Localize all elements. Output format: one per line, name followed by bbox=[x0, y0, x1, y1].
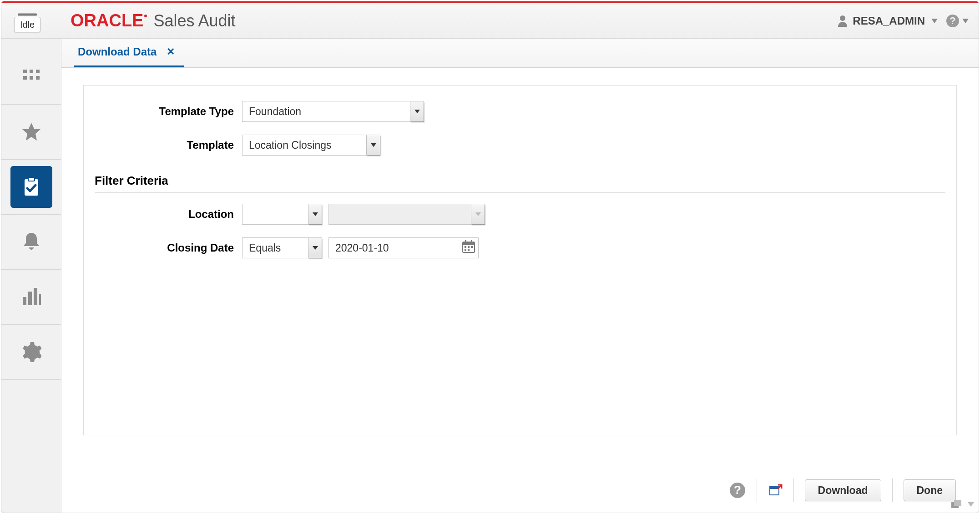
svg-point-3 bbox=[840, 15, 845, 21]
chevron-down-icon bbox=[371, 143, 376, 147]
svg-rect-19 bbox=[463, 242, 475, 245]
tab-close-icon[interactable]: ✕ bbox=[167, 46, 175, 58]
download-button-label: Download bbox=[818, 484, 868, 497]
done-button[interactable]: Done bbox=[904, 479, 956, 501]
grid-icon bbox=[22, 68, 40, 86]
help-menu[interactable]: ? bbox=[946, 14, 960, 28]
svg-rect-7 bbox=[30, 70, 33, 73]
svg-rect-23 bbox=[468, 246, 470, 248]
gear-icon bbox=[21, 342, 41, 362]
svg-rect-6 bbox=[23, 70, 27, 73]
app-window: Idle ORACLE Sales Audit RESA_ADMIN ? bbox=[1, 1, 979, 513]
svg-rect-16 bbox=[34, 288, 37, 305]
svg-rect-15 bbox=[28, 292, 32, 305]
svg-rect-26 bbox=[468, 249, 470, 251]
export-icon[interactable] bbox=[768, 482, 783, 499]
date-closing-date-value: 2020-01-10 bbox=[335, 242, 389, 254]
svg-rect-22 bbox=[465, 246, 466, 248]
tab-bar: Download Data ✕ bbox=[61, 39, 979, 68]
sidebar-item-favorites[interactable] bbox=[10, 111, 52, 153]
form-panel: Template Type Foundation Template Locati… bbox=[83, 85, 957, 435]
brand-text: ORACLE bbox=[71, 11, 143, 30]
caret-down-icon bbox=[931, 19, 938, 23]
sidebar-item-notifications[interactable] bbox=[10, 221, 52, 263]
tab-label: Download Data bbox=[78, 45, 157, 58]
dropdown-button[interactable] bbox=[366, 135, 380, 155]
user-icon bbox=[837, 15, 848, 27]
brand-logo: ORACLE bbox=[71, 11, 147, 30]
window-stack-icon[interactable] bbox=[950, 499, 974, 510]
select-location[interactable] bbox=[242, 204, 322, 225]
dropdown-button[interactable] bbox=[308, 204, 322, 224]
select-closing-date-op[interactable]: Equals bbox=[242, 237, 322, 258]
svg-rect-24 bbox=[471, 246, 473, 248]
label-template: Template bbox=[95, 139, 242, 151]
clipboard-check-icon bbox=[21, 176, 42, 197]
chevron-down-icon bbox=[313, 212, 318, 216]
user-name: RESA_ADMIN bbox=[853, 15, 925, 27]
row-location: Location bbox=[95, 204, 945, 225]
sidebar-item-apps[interactable] bbox=[10, 56, 52, 98]
sidebar bbox=[1, 39, 61, 513]
select-template-type-value: Foundation bbox=[249, 106, 301, 118]
svg-rect-20 bbox=[465, 240, 466, 243]
chevron-down-icon bbox=[313, 246, 318, 250]
layout: Download Data ✕ Template Type Foundation… bbox=[1, 39, 979, 513]
svg-rect-21 bbox=[471, 240, 472, 243]
sidebar-item-reports[interactable] bbox=[10, 276, 52, 318]
svg-text:?: ? bbox=[950, 15, 955, 26]
label-closing-date: Closing Date bbox=[95, 242, 242, 254]
select-template[interactable]: Location Closings bbox=[242, 135, 380, 156]
idle-badge: Idle bbox=[14, 17, 40, 32]
done-button-label: Done bbox=[917, 484, 943, 497]
chevron-down-icon bbox=[414, 110, 420, 113]
divider bbox=[892, 479, 893, 502]
select-template-type[interactable]: Foundation bbox=[242, 101, 424, 122]
top-bar: ORACLE Sales Audit RESA_ADMIN ? bbox=[1, 1, 979, 39]
sidebar-item-tasks[interactable] bbox=[10, 166, 52, 208]
download-button[interactable]: Download bbox=[805, 479, 881, 501]
row-closing-date: Closing Date Equals 2020-01-10 bbox=[95, 237, 945, 258]
dropdown-button-disabled bbox=[471, 204, 485, 224]
sidebar-item-settings[interactable] bbox=[10, 331, 52, 373]
caret-down-icon bbox=[968, 502, 974, 507]
tab-download-data[interactable]: Download Data ✕ bbox=[74, 39, 184, 67]
svg-rect-14 bbox=[23, 297, 26, 305]
chevron-down-icon bbox=[475, 212, 481, 216]
app-title: Sales Audit bbox=[153, 11, 235, 30]
select-closing-date-op-value: Equals bbox=[249, 242, 281, 254]
dropdown-button[interactable] bbox=[308, 238, 322, 258]
idle-badge-label: Idle bbox=[20, 20, 35, 30]
main-area: Download Data ✕ Template Type Foundation… bbox=[61, 39, 979, 513]
label-location: Location bbox=[95, 208, 242, 221]
svg-rect-13 bbox=[28, 177, 35, 181]
divider bbox=[757, 479, 757, 502]
divider bbox=[793, 479, 794, 502]
row-template: Template Location Closings bbox=[95, 135, 945, 156]
user-menu[interactable]: RESA_ADMIN bbox=[837, 15, 938, 27]
dropdown-button[interactable] bbox=[410, 101, 424, 121]
calendar-icon[interactable] bbox=[462, 240, 475, 256]
help-caret-icon bbox=[962, 19, 969, 23]
select-template-value: Location Closings bbox=[249, 139, 332, 151]
bell-icon bbox=[22, 232, 40, 252]
svg-rect-30 bbox=[770, 487, 779, 489]
row-template-type: Template Type Foundation bbox=[95, 101, 945, 122]
help-icon[interactable]: ? bbox=[729, 482, 746, 499]
svg-rect-11 bbox=[36, 76, 40, 80]
content: Template Type Foundation Template Locati… bbox=[61, 68, 979, 468]
svg-rect-25 bbox=[465, 249, 466, 251]
svg-rect-17 bbox=[39, 294, 41, 305]
section-header-filter-criteria: Filter Criteria bbox=[95, 168, 945, 193]
star-icon bbox=[21, 121, 42, 142]
svg-rect-8 bbox=[36, 70, 40, 73]
label-template-type: Template Type bbox=[95, 105, 242, 118]
footer-bar: ? Download Done bbox=[61, 468, 979, 513]
select-location-extra bbox=[328, 204, 485, 225]
bar-chart-icon bbox=[22, 288, 41, 306]
date-closing-date[interactable]: 2020-01-10 bbox=[328, 237, 479, 258]
svg-rect-32 bbox=[954, 500, 961, 506]
svg-rect-10 bbox=[30, 76, 33, 80]
svg-text:?: ? bbox=[734, 483, 741, 497]
svg-rect-9 bbox=[23, 76, 27, 80]
